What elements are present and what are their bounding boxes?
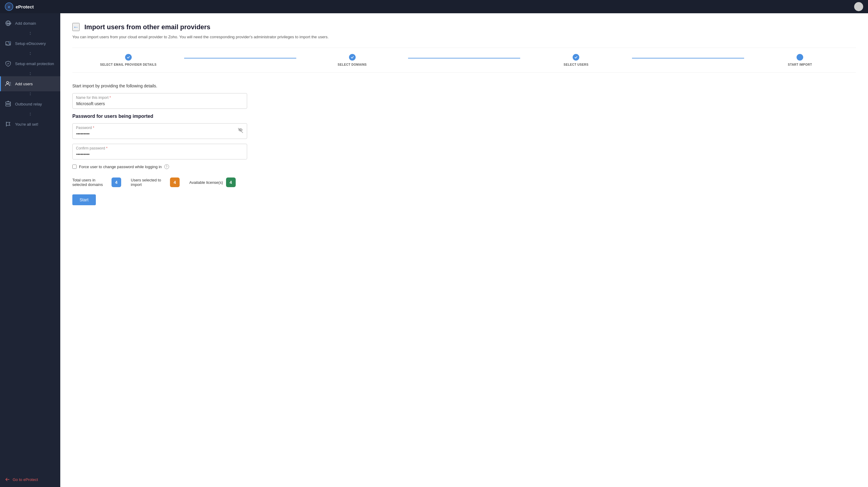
password-label: Password *	[76, 126, 94, 130]
force-change-row: Force user to change password while logg…	[72, 164, 856, 169]
svg-text:WWW: WWW	[7, 23, 11, 25]
sidebar-label-setup-ediscovery: Setup eDiscovery	[15, 41, 46, 46]
flag-icon	[5, 121, 11, 127]
step-select-domains: SELECT DOMAINS	[296, 54, 408, 66]
svg-point-9	[9, 82, 11, 84]
page-title: Import users from other email providers	[84, 23, 210, 31]
sidebar-item-setup-ediscovery[interactable]: Setup eDiscovery	[0, 36, 60, 51]
import-name-wrapper: Name for this import *	[72, 93, 247, 109]
sidebar-label-outbound-relay: Outbound relay	[15, 102, 42, 106]
step-select-email-provider: SELECT EMAIL PROVIDER DETAILS	[72, 54, 184, 66]
sidebar-item-add-users[interactable]: Add users	[0, 76, 60, 91]
svg-text:e: e	[8, 4, 10, 9]
confirm-password-wrapper: Confirm password *	[72, 144, 247, 159]
sidebar-label-setup-email-protection: Setup email protection	[15, 61, 54, 66]
globe-icon: WWW	[5, 20, 11, 27]
inbox-check-icon	[5, 40, 11, 47]
sidebar-divider-3	[0, 71, 60, 76]
stat-selected-users: Users selected to import 4	[131, 178, 180, 187]
import-name-group: Name for this import *	[72, 93, 856, 109]
step-start-import: START IMPORT	[744, 54, 856, 66]
goto-eprotect-label: Go to eProtect	[13, 477, 38, 482]
user-avatar[interactable]	[854, 2, 863, 11]
sidebar-bottom: Go to eProtect	[0, 472, 60, 487]
sidebar-label-youre-all-set: You're all set!	[15, 122, 38, 127]
page-subtitle: You can import users from your cloud ema…	[72, 35, 856, 39]
available-licenses-badge: 4	[226, 178, 236, 187]
sidebar-item-youre-all-set[interactable]: You're all set!	[0, 117, 60, 132]
confirm-password-group: Confirm password *	[72, 144, 856, 159]
step-select-users: SELECT USERS	[520, 54, 632, 66]
sidebar-divider-4	[0, 91, 60, 96]
shield-edit-icon	[5, 60, 11, 67]
page-header: ← Import users from other email provider…	[72, 23, 856, 31]
step-connector-3	[632, 58, 744, 58]
selected-users-label: Users selected to import	[131, 178, 167, 187]
svg-point-12	[10, 102, 10, 103]
sidebar-label-add-users: Add users	[15, 82, 33, 86]
force-change-checkbox[interactable]	[72, 164, 76, 169]
total-users-label: Total users in selected domains	[72, 178, 108, 187]
password-wrapper: Password *	[72, 123, 247, 139]
step-label-4: START IMPORT	[788, 63, 812, 66]
back-button[interactable]: ←	[72, 23, 80, 31]
step-circle-1	[125, 54, 132, 61]
stats-row: Total users in selected domains 4 Users …	[72, 178, 856, 187]
step-label-3: SELECT USERS	[564, 63, 589, 66]
brand: e eProtect	[5, 2, 34, 11]
password-toggle-icon[interactable]	[238, 127, 244, 135]
sidebar-divider-1	[0, 31, 60, 36]
step-circle-3	[572, 54, 579, 61]
sidebar-item-outbound-relay[interactable]: Outbound relay	[0, 96, 60, 112]
brand-name: eProtect	[16, 4, 34, 9]
brand-icon: e	[5, 2, 13, 11]
password-group: Password *	[72, 123, 856, 139]
svg-point-7	[8, 41, 11, 44]
step-circle-4	[797, 54, 803, 61]
password-input[interactable]	[72, 123, 247, 139]
available-licenses-label: Available license(s)	[189, 180, 223, 185]
start-button[interactable]: Start	[72, 194, 96, 205]
password-section-title: Password for users being imported	[72, 114, 856, 119]
stat-total-users: Total users in selected domains 4	[72, 178, 121, 187]
sidebar-divider-5	[0, 112, 60, 117]
topbar: e eProtect	[0, 0, 868, 13]
sidebar-divider-2	[0, 51, 60, 56]
selected-users-badge: 4	[170, 178, 180, 187]
help-icon[interactable]: ?	[164, 164, 169, 169]
sidebar-item-add-domain[interactable]: WWW Add domain	[0, 16, 60, 31]
users-icon	[5, 81, 11, 87]
stepper: SELECT EMAIL PROVIDER DETAILS SELECT DOM…	[72, 48, 856, 72]
goto-eprotect-link[interactable]: Go to eProtect	[5, 477, 56, 482]
sidebar-label-add-domain: Add domain	[15, 21, 36, 26]
step-label-1: SELECT EMAIL PROVIDER DETAILS	[100, 63, 156, 66]
confirm-password-label: Confirm password *	[76, 146, 107, 150]
total-users-badge: 4	[112, 178, 121, 187]
goto-icon	[5, 477, 10, 482]
step-circle-2	[349, 54, 355, 61]
stat-available-licenses: Available license(s) 4	[189, 178, 236, 187]
step-connector-2	[408, 58, 520, 58]
import-name-label: Name for this import *	[76, 95, 111, 100]
form-start-instruction: Start import by providing the following …	[72, 84, 856, 88]
main-content: ← Import users from other email provider…	[60, 13, 868, 487]
svg-point-8	[7, 82, 9, 84]
svg-point-13	[10, 105, 10, 105]
step-connector-1	[184, 58, 296, 58]
sidebar-item-setup-email-protection[interactable]: Setup email protection	[0, 56, 60, 71]
server-upload-icon	[5, 101, 11, 107]
step-label-2: SELECT DOMAINS	[338, 63, 367, 66]
force-change-label: Force user to change password while logg…	[79, 164, 162, 169]
sidebar: WWW Add domain Setup eDiscovery	[0, 13, 60, 487]
